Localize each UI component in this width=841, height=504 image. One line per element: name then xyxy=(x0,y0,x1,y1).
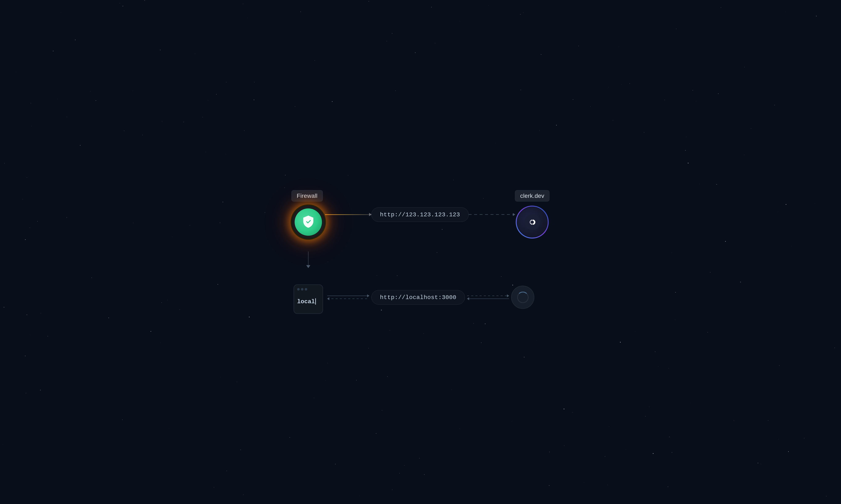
firewall-icon xyxy=(291,205,325,239)
terminal-cursor-icon xyxy=(315,299,316,305)
terminal-text: local xyxy=(297,298,315,305)
spinner-icon xyxy=(511,286,534,309)
firewall-label: Firewall xyxy=(291,190,323,202)
top-row: Firewall http://123.123.123.123 xyxy=(291,190,549,239)
bottom-url-pill: http://localhost:3000 xyxy=(371,290,465,305)
url-to-clerk-arrow xyxy=(469,198,515,231)
terminal-dot-2 xyxy=(301,288,303,291)
clerk-label: clerk.dev xyxy=(515,190,550,202)
left-arrow-solid xyxy=(467,299,509,299)
firewall-node: Firewall xyxy=(291,190,325,239)
shield-icon xyxy=(301,215,315,230)
terminal-to-url-arrows xyxy=(325,296,371,299)
down-arrow xyxy=(291,252,325,268)
spinner-animation xyxy=(517,291,529,303)
terminal-dot-3 xyxy=(305,288,307,291)
left-arrow-line xyxy=(327,299,369,299)
right-arrow-dashed xyxy=(467,296,509,296)
clerk-icon xyxy=(515,205,549,239)
vertical-arrow-row xyxy=(291,252,549,268)
right-arrow-line xyxy=(327,296,369,296)
network-diagram: Firewall http://123.123.123.123 xyxy=(291,190,549,314)
terminal-content: local xyxy=(297,293,320,310)
terminal-icon: local xyxy=(293,285,323,314)
terminal-node: local xyxy=(291,281,325,314)
bottom-row: local http://localhost:3000 xyxy=(291,281,534,314)
terminal-dot-1 xyxy=(297,288,299,291)
clerk-logo-icon xyxy=(525,214,540,230)
svg-point-1 xyxy=(525,214,540,230)
terminal-dots xyxy=(297,288,320,291)
clerk-node: clerk.dev xyxy=(515,190,550,239)
firewall-icon-inner xyxy=(295,209,322,236)
url-to-spinner-arrows xyxy=(465,296,511,299)
clerk-icon-inner xyxy=(517,207,547,237)
top-url-pill: http://123.123.123.123 xyxy=(371,207,469,222)
firewall-to-url-arrow xyxy=(325,198,371,231)
